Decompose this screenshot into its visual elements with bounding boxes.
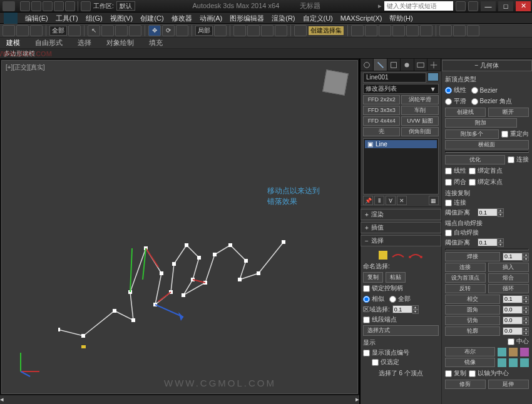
cmdtab-motion-icon[interactable] — [401, 59, 414, 71]
close-button[interactable]: ✕ — [516, 1, 531, 11]
menu-tools[interactable]: 工具(T) — [52, 13, 82, 23]
mod-chamfer[interactable]: 倒角剖面 — [401, 127, 438, 136]
seg-end-checkbox[interactable] — [363, 316, 370, 323]
configure-icon[interactable]: ▦ — [429, 196, 439, 205]
bool-int-icon[interactable] — [520, 348, 529, 356]
infocenter-icon[interactable] — [456, 1, 466, 11]
menu-animation[interactable]: 动画(A) — [196, 13, 227, 23]
tab-freeform[interactable]: 自由形式 — [31, 38, 66, 48]
menu-maxscript[interactable]: MAXScript(X) — [337, 13, 386, 23]
menu-views[interactable]: 视图(V) — [106, 13, 137, 23]
viewcube[interactable] — [320, 67, 351, 98]
snap-toggle-icon[interactable] — [233, 25, 246, 36]
create-line-button[interactable]: 创建线 — [445, 108, 486, 117]
threshold-spinner[interactable]: ▴▾ — [478, 208, 504, 217]
viewport-label[interactable]: [+][正交][真实] — [6, 63, 45, 72]
insert-button[interactable]: 插入 — [488, 263, 529, 272]
bind-icon[interactable] — [30, 25, 43, 36]
show-result-icon[interactable]: Ⅱ — [374, 196, 384, 205]
mirror-button[interactable]: 镜像 — [445, 358, 495, 367]
mod-ffd4[interactable]: FFD 4x4x4 — [363, 116, 400, 126]
boolean-button[interactable]: 布尔 — [445, 347, 495, 356]
unlink-icon[interactable] — [16, 25, 29, 36]
menu-modifiers[interactable]: 修改器 — [168, 13, 196, 23]
menu-edit[interactable]: 编辑(E) — [21, 13, 52, 23]
scroll-right-icon[interactable]: ▸ — [350, 395, 359, 404]
menu-render[interactable]: 渲染(R) — [268, 13, 299, 23]
cycle-button[interactable]: 循环 — [488, 284, 529, 293]
chamfer-button[interactable]: 切角 — [445, 316, 500, 325]
render-icon[interactable] — [467, 25, 479, 36]
cross-section-button[interactable]: 横截面 — [445, 140, 529, 149]
workspace-combo[interactable]: 默认 — [116, 1, 135, 11]
tab-modeling[interactable]: 建模 — [3, 38, 24, 48]
copy-button[interactable]: 复制 — [363, 272, 383, 283]
mod-lathe[interactable]: 车削 — [401, 106, 438, 115]
break-button[interactable]: 断开 — [488, 108, 529, 117]
angle-snap-icon[interactable] — [247, 25, 260, 36]
cmdtab-utilities-icon[interactable] — [427, 59, 441, 71]
ref-coord-combo[interactable]: 局部 — [195, 26, 213, 36]
mod-ffd2[interactable]: FFD 2x2x2 — [363, 95, 400, 104]
named-set-icon[interactable] — [294, 25, 307, 36]
rollout-interpolation[interactable]: +插值 — [361, 222, 441, 233]
auto-weld-checkbox[interactable] — [445, 230, 452, 236]
qat-open-icon[interactable] — [31, 1, 41, 11]
reorient-checkbox[interactable] — [501, 131, 508, 138]
help-search-input[interactable] — [384, 1, 453, 11]
signin-icon[interactable] — [468, 1, 478, 11]
make-first-button[interactable]: 设为首顶点 — [445, 273, 486, 283]
about-pivot-checkbox[interactable] — [469, 370, 476, 377]
connect-checkbox[interactable] — [508, 156, 514, 163]
qat-save-icon[interactable] — [43, 1, 53, 11]
maximize-button[interactable]: □ — [498, 1, 513, 11]
app-logo[interactable] — [3, 1, 15, 11]
rollout-selection[interactable]: −选择 — [361, 235, 441, 246]
refine-button[interactable]: 优化 — [445, 155, 505, 164]
paste-button[interactable]: 粘贴 — [386, 272, 406, 283]
outline-spinner[interactable]: ▴▾ — [503, 327, 529, 336]
mirror-icon[interactable] — [351, 25, 364, 36]
material-editor-icon[interactable] — [420, 25, 432, 36]
link-icon[interactable] — [3, 25, 15, 36]
application-button[interactable] — [4, 13, 18, 24]
select-name-icon[interactable] — [101, 25, 114, 36]
render-setup-icon[interactable] — [439, 25, 452, 36]
vtype-bezier-radio[interactable] — [471, 87, 478, 94]
subobj-vertex-icon[interactable] — [379, 251, 387, 260]
menu-custom[interactable]: 自定义(U) — [299, 13, 337, 23]
object-color-swatch[interactable] — [427, 73, 439, 81]
linear-checkbox[interactable] — [445, 168, 452, 174]
subobj-spline-icon[interactable] — [409, 251, 422, 260]
weld-button[interactable]: 焊接 — [445, 252, 500, 261]
mirror-both-icon[interactable] — [520, 358, 529, 367]
copy-checkbox[interactable] — [445, 370, 452, 377]
mirror-h-icon[interactable] — [498, 358, 506, 367]
connect2-checkbox[interactable] — [445, 199, 452, 206]
mod-shell[interactable]: 壳 — [363, 127, 400, 136]
stack-item-line[interactable]: ▣Line — [365, 140, 437, 148]
cmdtab-modify-icon[interactable] — [374, 59, 387, 71]
tab-populate[interactable]: 填充 — [145, 38, 166, 48]
bind-last-checkbox[interactable] — [469, 179, 476, 186]
closed-checkbox[interactable] — [445, 179, 452, 186]
similar-radio[interactable] — [363, 296, 370, 303]
all-radio[interactable] — [389, 296, 396, 303]
selection-scope-combo[interactable]: 全部 — [49, 26, 67, 36]
bool-union-icon[interactable] — [498, 348, 506, 356]
mod-turbosmooth[interactable]: 涡轮平滑 — [401, 95, 438, 104]
chamfer-spinner[interactable]: ▴▾ — [503, 316, 529, 325]
geometry-header[interactable]: − 几何体 — [442, 60, 532, 71]
rotate-icon[interactable]: ⟳ — [162, 25, 175, 36]
reverse-button[interactable]: 反转 — [445, 284, 486, 293]
spline-object[interactable] — [58, 211, 296, 348]
filter-icon[interactable] — [68, 25, 81, 36]
cmdtab-hierarchy-icon[interactable] — [387, 59, 401, 71]
select-by-button[interactable]: 选择方式 — [363, 325, 439, 336]
trim-button[interactable]: 修剪 — [445, 380, 486, 389]
qat-undo-icon[interactable] — [54, 1, 64, 11]
lock-handles-checkbox[interactable] — [363, 285, 370, 292]
rollout-render[interactable]: +渲染 — [361, 209, 441, 220]
scale-icon[interactable] — [176, 25, 188, 36]
modifier-list-dropdown[interactable]: 修改器列表▼ — [363, 84, 439, 94]
